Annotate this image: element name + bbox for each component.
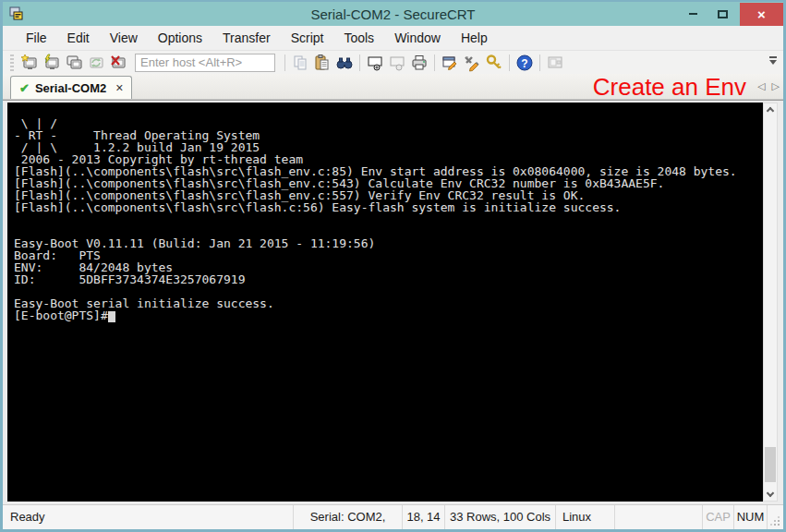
status-num-lock: NUM (733, 505, 767, 529)
connect-in-tab-icon[interactable] (63, 52, 85, 74)
status-screen-size: 33 Rows, 100 Cols (444, 505, 555, 529)
menu-view[interactable]: View (100, 26, 148, 50)
titlebar: Serial-COM2 - SecureCRT × (3, 2, 783, 26)
find-icon[interactable] (333, 52, 356, 74)
svg-text:?: ? (521, 56, 527, 69)
toolbar: ? (3, 50, 783, 74)
toolbar-separator (434, 54, 435, 71)
vertical-scrollbar[interactable] (763, 103, 778, 502)
terminal-cursor (108, 311, 115, 322)
window-title: Serial-COM2 - SecureCRT (3, 6, 783, 22)
agent-keys-icon[interactable] (483, 52, 505, 74)
toolbar-separator (284, 54, 285, 71)
menu-transfer[interactable]: Transfer (212, 26, 281, 50)
close-button[interactable]: × (740, 3, 783, 26)
annotation-create-an-env: Create an Env (593, 74, 746, 100)
menu-file[interactable]: File (16, 26, 57, 50)
maximize-button[interactable] (710, 2, 734, 26)
raw-log-session-icon[interactable] (386, 52, 408, 74)
status-ready: Ready (3, 505, 293, 529)
menu-help[interactable]: Help (451, 26, 498, 50)
scrollbar-thumb[interactable] (765, 447, 776, 482)
tab-close-icon[interactable]: × (115, 80, 123, 95)
terminal-line: Easy-Boot V0.11.11 (Bulid: Jan 21 2015 -… (14, 237, 763, 249)
host-input[interactable] (135, 54, 275, 72)
menu-edit[interactable]: Edit (57, 26, 100, 50)
tab-bar: ✔ Serial-COM2 × Create an Env ◁ ▷ (3, 74, 783, 100)
tab-scroll-left-icon[interactable]: ◁ (757, 80, 765, 92)
terminal-line: ID: 5DBFF3734374E3257067919 (14, 273, 763, 285)
global-options-icon[interactable] (461, 52, 483, 74)
paste-icon[interactable] (311, 52, 333, 74)
terminal-prompt-line: [E-boot@PTS]# (14, 309, 763, 321)
menu-options[interactable]: Options (148, 26, 212, 50)
reconnect-icon[interactable] (85, 52, 107, 74)
tab-scroll-right-icon[interactable]: ▷ (772, 80, 780, 92)
session-options-icon[interactable] (439, 52, 461, 74)
menu-tools[interactable]: Tools (333, 26, 384, 50)
status-blank (614, 505, 702, 529)
terminal-line (14, 105, 763, 117)
terminal-line (14, 213, 763, 225)
connect-dialog-icon[interactable] (18, 52, 41, 74)
resize-grip[interactable] (767, 505, 783, 529)
status-serial: Serial: COM2, 115200 (293, 505, 402, 529)
menu-bar: File Edit View Options Transfer Script T… (3, 26, 783, 50)
tab-connected-icon: ✔ (19, 81, 30, 95)
tab-label: Serial-COM2 (35, 81, 106, 95)
terminal-screen[interactable]: \ | / - RT - Thread Operating System / |… (7, 103, 763, 502)
quick-connect-icon[interactable] (41, 52, 63, 74)
disconnect-icon[interactable] (107, 52, 129, 74)
terminal-area: \ | / - RT - Thread Operating System / |… (3, 100, 783, 504)
status-emulation: Linux (555, 505, 614, 529)
menu-script[interactable]: Script (281, 26, 334, 50)
securecrt-window: Serial-COM2 - SecureCRT × File Edit View… (0, 0, 786, 532)
app-icon[interactable] (7, 6, 24, 22)
scroll-down-icon[interactable] (767, 490, 774, 497)
menu-window[interactable]: Window (384, 26, 451, 50)
terminal-prompt: [E-boot@PTS]# (14, 308, 108, 322)
log-session-icon[interactable] (364, 52, 386, 74)
terminal-line: Easy-Boot serial initialize success. (14, 297, 763, 309)
status-caps-lock: CAP (702, 505, 733, 529)
print-icon[interactable] (408, 52, 430, 74)
help-icon[interactable]: ? (514, 52, 536, 74)
toolbar-separator (509, 54, 510, 71)
copy-icon[interactable] (289, 52, 311, 74)
tab-serial-com2[interactable]: ✔ Serial-COM2 × (10, 76, 132, 99)
status-bar: Ready Serial: COM2, 115200 18, 14 33 Row… (3, 504, 783, 529)
toolbar-separator (359, 54, 360, 71)
scroll-up-icon[interactable] (767, 107, 774, 115)
minimize-button[interactable] (681, 2, 705, 26)
status-cursor-position: 18, 14 (402, 505, 444, 529)
toolbar-separator (539, 54, 540, 71)
session-manager-icon[interactable] (544, 52, 566, 74)
toolbar-overflow-button[interactable] (767, 56, 780, 68)
terminal-line: [Flash](..\components\flash\src\flash.c:… (14, 201, 763, 213)
toolbar-grip[interactable] (10, 54, 14, 71)
